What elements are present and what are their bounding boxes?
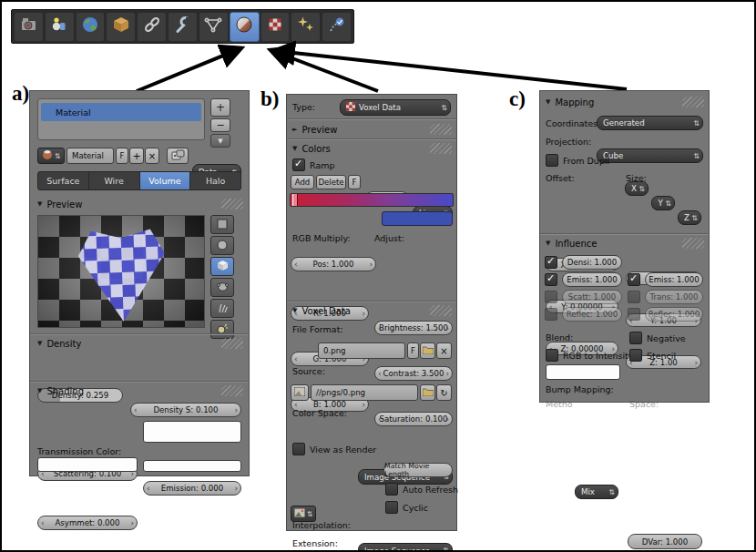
- texture-type-dropdown[interactable]: Voxel Data: [340, 99, 451, 116]
- panel-grip[interactable]: [221, 385, 243, 396]
- colors-section-header[interactable]: ▼Colors: [292, 141, 454, 156]
- density-header[interactable]: ▼Density: [37, 336, 245, 351]
- unlink-material-button[interactable]: ×: [145, 148, 159, 164]
- panel-grip[interactable]: [430, 305, 452, 316]
- density-influence-checkbox[interactable]: [545, 256, 557, 269]
- match-movie-length-button[interactable]: Match Movie Length: [383, 463, 453, 477]
- slot-specials-button[interactable]: ▼: [210, 134, 230, 148]
- cyclic-checkbox[interactable]: [385, 501, 398, 514]
- preview-header[interactable]: ▼Preview: [37, 197, 245, 211]
- tab-volume[interactable]: Volume: [140, 172, 191, 189]
- tab-physics[interactable]: [322, 12, 352, 42]
- transmission-color-swatch[interactable]: [37, 457, 138, 472]
- reflection-color-swatch[interactable]: [143, 460, 241, 472]
- new-material-button[interactable]: +: [129, 148, 144, 164]
- axis-y-dropdown[interactable]: Y: [651, 196, 675, 210]
- ramp-stop-marker[interactable]: [292, 194, 298, 206]
- coordinates-dropdown[interactable]: Generated: [597, 116, 703, 130]
- emission-color-influence-checkbox[interactable]: [628, 273, 640, 286]
- preview-flat-button[interactable]: [210, 215, 234, 234]
- tab-particles[interactable]: [291, 12, 321, 42]
- tab-surface[interactable]: Surface: [38, 172, 89, 189]
- ramp-checkbox[interactable]: [292, 158, 305, 171]
- axis-z-dropdown[interactable]: Z: [678, 210, 701, 225]
- color-ramp-bar[interactable]: [290, 193, 454, 207]
- emission-influence-checkbox[interactable]: [545, 273, 557, 286]
- transmission-influence-checkbox[interactable]: [628, 291, 640, 303]
- add-slot-button[interactable]: +: [210, 98, 230, 117]
- from-dupli-checkbox[interactable]: [546, 154, 558, 167]
- ramp-fake-user-button[interactable]: F: [348, 175, 361, 189]
- image-path-field[interactable]: //pngs/0.png: [311, 384, 418, 401]
- preview-hair-button[interactable]: [210, 299, 234, 318]
- panel-grip[interactable]: [430, 143, 452, 154]
- tab-world[interactable]: [76, 12, 106, 42]
- tab-scene[interactable]: [45, 12, 75, 42]
- asymmetry-field[interactable]: Asymmet: 0.000: [37, 516, 138, 530]
- material-name-field[interactable]: Material: [66, 148, 114, 164]
- density-influence-field[interactable]: Densi: 1.000: [562, 255, 622, 270]
- panel-grip[interactable]: [221, 338, 243, 349]
- tab-texture[interactable]: [261, 12, 291, 42]
- preview-cube-button[interactable]: [210, 257, 234, 276]
- source-dropdown[interactable]: Image Sequence: [358, 543, 453, 552]
- panel-grip[interactable]: [430, 124, 452, 135]
- browse-path-button[interactable]: [420, 384, 435, 401]
- reflection-color-influence-field[interactable]: Reflec: 1.000: [645, 307, 703, 322]
- tab-object[interactable]: [106, 12, 136, 42]
- tab-constraints[interactable]: [137, 12, 167, 42]
- reflection-color-influence-checkbox[interactable]: [628, 308, 640, 321]
- preview-section-header[interactable]: ►Preview: [292, 122, 454, 137]
- material-slot-list[interactable]: Material: [37, 98, 205, 140]
- projection-dropdown[interactable]: Cube: [597, 148, 703, 163]
- auto-refresh-checkbox[interactable]: [385, 483, 398, 496]
- axis-x-dropdown[interactable]: X: [625, 181, 649, 196]
- panel-grip[interactable]: [682, 238, 704, 249]
- blend-color-swatch[interactable]: [546, 364, 620, 380]
- tab-wire[interactable]: Wire: [89, 172, 140, 189]
- negative-checkbox[interactable]: [629, 332, 642, 344]
- panel-grip[interactable]: [221, 199, 243, 210]
- tab-object-data[interactable]: [199, 12, 229, 42]
- material-browse-dropdown[interactable]: [37, 148, 65, 164]
- reload-image-button[interactable]: ↻: [436, 384, 452, 401]
- ramp-color-swatch[interactable]: [382, 211, 453, 226]
- remove-slot-button[interactable]: −: [210, 118, 230, 132]
- ramp-delete-button[interactable]: Delete: [316, 175, 346, 189]
- tab-material[interactable]: [230, 12, 260, 42]
- contrast-field[interactable]: Contrast: 3.500: [374, 366, 453, 381]
- unlink-image-button[interactable]: ×: [436, 342, 452, 359]
- tab-render[interactable]: [14, 12, 44, 42]
- emission-field[interactable]: Emission: 0.000: [143, 481, 241, 496]
- rgb-to-intensity-checkbox[interactable]: [546, 349, 558, 362]
- stencil-checkbox[interactable]: [629, 349, 642, 362]
- preview-monkey-button[interactable]: [210, 278, 234, 297]
- dvar-field[interactable]: DVar: 1.000: [628, 534, 702, 549]
- saturation-field[interactable]: Saturation: 0.100: [374, 412, 453, 426]
- shading-header[interactable]: ▼Shading: [37, 383, 245, 398]
- emission-color-swatch[interactable]: [143, 421, 241, 443]
- density-scale-field[interactable]: Density S: 0.100: [130, 403, 241, 417]
- brightness-field[interactable]: Brightness: 1.500: [374, 321, 453, 335]
- image-name-field[interactable]: 0.png: [318, 342, 405, 359]
- reflection-influence-field[interactable]: Reflec: 1.000: [562, 307, 622, 322]
- ramp-position-field[interactable]: Pos: 1.000: [291, 257, 376, 271]
- tab-halo[interactable]: Halo: [190, 172, 240, 189]
- emission-color-influence-field[interactable]: Emiss: 1.000: [645, 272, 703, 287]
- image-fake-user-button[interactable]: F: [407, 342, 419, 359]
- voxel-data-header[interactable]: ▼Voxel Data: [292, 303, 454, 318]
- view-as-render-checkbox[interactable]: [292, 443, 305, 455]
- open-image-button[interactable]: [420, 342, 435, 359]
- scattering-influence-checkbox[interactable]: [545, 291, 557, 303]
- path-icon-button[interactable]: [291, 384, 309, 401]
- panel-grip[interactable]: [682, 97, 704, 107]
- ramp-add-button[interactable]: Add: [291, 175, 314, 189]
- blend-dropdown[interactable]: Mix: [575, 485, 618, 499]
- fake-user-button[interactable]: F: [116, 148, 128, 164]
- mapping-header[interactable]: ▼Mapping: [546, 95, 706, 109]
- transmission-influence-field[interactable]: Trans: 1.000: [645, 290, 703, 304]
- reflection-influence-checkbox[interactable]: [545, 308, 557, 321]
- tab-modifiers[interactable]: [168, 12, 198, 42]
- influence-header[interactable]: ▼Influence: [546, 236, 706, 250]
- preview-sphere-button[interactable]: [210, 236, 234, 255]
